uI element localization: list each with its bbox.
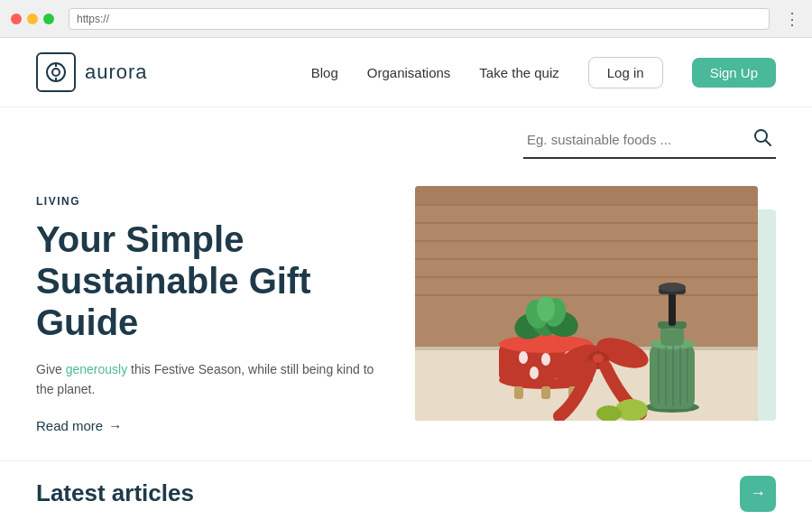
nav-blog[interactable]: Blog bbox=[311, 65, 338, 80]
read-more-link[interactable]: Read more → bbox=[36, 418, 379, 433]
svg-point-1 bbox=[52, 69, 60, 76]
search-input[interactable] bbox=[527, 132, 745, 147]
address-bar[interactable]: https:// bbox=[69, 8, 770, 30]
read-more-text: Read more bbox=[36, 418, 103, 433]
svg-point-25 bbox=[530, 367, 539, 379]
svg-point-32 bbox=[537, 296, 555, 321]
svg-rect-20 bbox=[541, 386, 550, 399]
logo-icon bbox=[36, 52, 76, 92]
signup-button[interactable]: Sign Up bbox=[692, 58, 776, 88]
svg-point-36 bbox=[593, 354, 604, 363]
main-nav: Blog Organisations Take the quiz Log in … bbox=[311, 57, 776, 88]
hero-category: LIVING bbox=[36, 195, 379, 208]
svg-rect-43 bbox=[669, 290, 676, 326]
close-dot[interactable] bbox=[11, 14, 22, 24]
svg-rect-9 bbox=[415, 222, 758, 224]
latest-articles-title: Latest articles bbox=[36, 479, 194, 507]
description-highlight: generously bbox=[66, 362, 128, 376]
arrow-icon: → bbox=[108, 418, 122, 433]
hero-description: Give generously this Festive Season, whi… bbox=[36, 359, 379, 400]
svg-rect-7 bbox=[415, 186, 758, 204]
search-container bbox=[0, 107, 812, 159]
hero-section: LIVING Your Simple Sustainable Gift Guid… bbox=[0, 159, 812, 451]
logo[interactable]: aurora bbox=[36, 52, 148, 92]
nav-organisations[interactable]: Organisations bbox=[367, 65, 451, 80]
hero-image bbox=[415, 186, 758, 421]
browser-menu-icon[interactable]: ⋮ bbox=[784, 9, 801, 29]
arrow-right-icon: → bbox=[750, 484, 766, 503]
description-prefix: Give bbox=[36, 362, 66, 376]
svg-rect-12 bbox=[415, 276, 758, 278]
svg-rect-13 bbox=[415, 294, 758, 296]
url-text: https:// bbox=[77, 13, 109, 25]
latest-articles-arrow[interactable]: → bbox=[740, 476, 776, 512]
svg-point-23 bbox=[541, 353, 550, 366]
svg-rect-19 bbox=[514, 386, 523, 399]
svg-point-45 bbox=[659, 283, 686, 292]
hero-title: Your Simple Sustainable Gift Guide bbox=[36, 218, 379, 343]
minimize-dot[interactable] bbox=[27, 14, 38, 24]
header: aurora Blog Organisations Take the quiz … bbox=[0, 38, 812, 107]
latest-articles-section: Latest articles → bbox=[0, 460, 812, 520]
svg-rect-11 bbox=[415, 258, 758, 260]
hero-text: LIVING Your Simple Sustainable Gift Guid… bbox=[36, 186, 379, 433]
hero-image-container bbox=[415, 186, 776, 421]
logo-text: aurora bbox=[85, 60, 148, 84]
svg-rect-10 bbox=[415, 240, 758, 242]
nav-take-quiz[interactable]: Take the quiz bbox=[479, 65, 558, 80]
search-bar bbox=[523, 122, 776, 159]
fullscreen-dot[interactable] bbox=[43, 14, 54, 24]
page: aurora Blog Organisations Take the quiz … bbox=[0, 38, 812, 520]
search-button[interactable] bbox=[752, 127, 772, 152]
svg-point-22 bbox=[519, 351, 528, 364]
traffic-lights bbox=[11, 14, 54, 24]
hero-image-svg bbox=[415, 186, 758, 421]
svg-line-5 bbox=[766, 141, 771, 146]
svg-rect-8 bbox=[415, 204, 758, 206]
login-button[interactable]: Log in bbox=[588, 57, 663, 88]
browser-chrome: https:// ⋮ bbox=[0, 0, 812, 38]
